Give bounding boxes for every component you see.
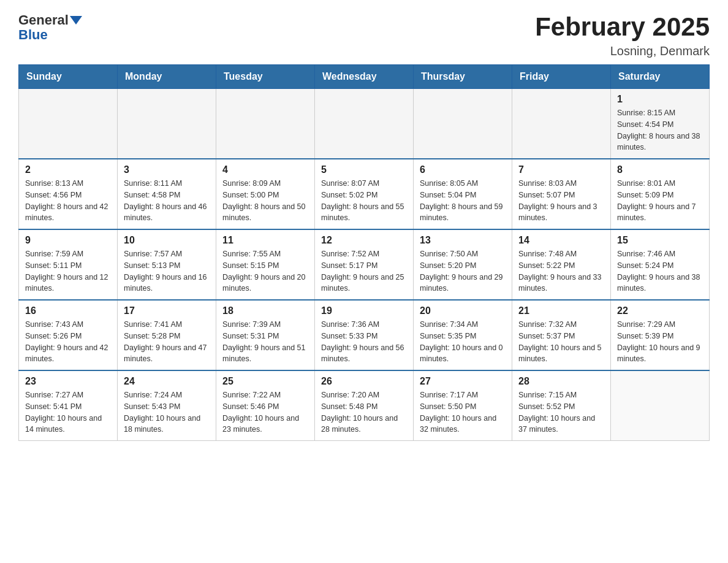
calendar-cell: 12Sunrise: 7:52 AMSunset: 5:17 PMDayligh…	[315, 229, 414, 300]
day-info: Sunrise: 7:46 AMSunset: 5:24 PMDaylight:…	[617, 248, 703, 294]
calendar-cell: 21Sunrise: 7:32 AMSunset: 5:37 PMDayligh…	[512, 300, 611, 370]
day-info: Sunrise: 8:01 AMSunset: 5:09 PMDaylight:…	[617, 178, 703, 224]
day-number: 18	[222, 305, 308, 316]
calendar-cell: 9Sunrise: 7:59 AMSunset: 5:11 PMDaylight…	[19, 229, 118, 300]
calendar-header-row: Sunday Monday Tuesday Wednesday Thursday…	[19, 65, 710, 89]
calendar-cell: 10Sunrise: 7:57 AMSunset: 5:13 PMDayligh…	[118, 229, 216, 300]
day-info: Sunrise: 8:15 AMSunset: 4:54 PMDaylight:…	[617, 107, 703, 153]
logo-general-text: General	[18, 12, 69, 28]
calendar-table: Sunday Monday Tuesday Wednesday Thursday…	[18, 64, 710, 441]
col-wednesday: Wednesday	[315, 65, 414, 89]
calendar-cell: 15Sunrise: 7:46 AMSunset: 5:24 PMDayligh…	[611, 229, 710, 300]
page-header: General Blue February 2025 Losning, Denm…	[18, 12, 710, 58]
day-info: Sunrise: 7:29 AMSunset: 5:39 PMDaylight:…	[617, 319, 703, 365]
calendar-cell: 26Sunrise: 7:20 AMSunset: 5:48 PMDayligh…	[315, 370, 414, 441]
day-info: Sunrise: 7:48 AMSunset: 5:22 PMDaylight:…	[518, 248, 604, 294]
calendar-week-4: 16Sunrise: 7:43 AMSunset: 5:26 PMDayligh…	[19, 300, 710, 370]
day-info: Sunrise: 7:41 AMSunset: 5:28 PMDaylight:…	[124, 319, 210, 365]
calendar-cell: 16Sunrise: 7:43 AMSunset: 5:26 PMDayligh…	[19, 300, 118, 370]
calendar-cell	[19, 89, 118, 159]
day-number: 26	[321, 376, 407, 387]
calendar-cell: 4Sunrise: 8:09 AMSunset: 5:00 PMDaylight…	[216, 159, 315, 229]
calendar-cell: 17Sunrise: 7:41 AMSunset: 5:28 PMDayligh…	[118, 300, 216, 370]
day-number: 17	[124, 305, 210, 316]
day-number: 16	[25, 305, 111, 316]
day-number: 19	[321, 305, 407, 316]
day-number: 4	[222, 164, 308, 175]
calendar-cell: 2Sunrise: 8:13 AMSunset: 4:56 PMDaylight…	[19, 159, 118, 229]
calendar-cell: 23Sunrise: 7:27 AMSunset: 5:41 PMDayligh…	[19, 370, 118, 441]
col-thursday: Thursday	[414, 65, 512, 89]
day-info: Sunrise: 7:57 AMSunset: 5:13 PMDaylight:…	[124, 248, 210, 294]
calendar-week-5: 23Sunrise: 7:27 AMSunset: 5:41 PMDayligh…	[19, 370, 710, 441]
calendar-title: February 2025	[535, 12, 710, 42]
calendar-cell: 8Sunrise: 8:01 AMSunset: 5:09 PMDaylight…	[611, 159, 710, 229]
day-info: Sunrise: 7:36 AMSunset: 5:33 PMDaylight:…	[321, 319, 407, 365]
day-info: Sunrise: 7:17 AMSunset: 5:50 PMDaylight:…	[420, 389, 506, 435]
calendar-cell: 18Sunrise: 7:39 AMSunset: 5:31 PMDayligh…	[216, 300, 315, 370]
day-number: 7	[518, 164, 604, 175]
calendar-week-2: 2Sunrise: 8:13 AMSunset: 4:56 PMDaylight…	[19, 159, 710, 229]
calendar-cell: 11Sunrise: 7:55 AMSunset: 5:15 PMDayligh…	[216, 229, 315, 300]
day-number: 22	[617, 305, 703, 316]
calendar-location: Losning, Denmark	[535, 44, 710, 58]
calendar-cell	[414, 89, 512, 159]
calendar-cell: 28Sunrise: 7:15 AMSunset: 5:52 PMDayligh…	[512, 370, 611, 441]
calendar-cell: 13Sunrise: 7:50 AMSunset: 5:20 PMDayligh…	[414, 229, 512, 300]
day-number: 28	[518, 376, 604, 387]
day-number: 1	[617, 94, 703, 105]
day-info: Sunrise: 8:07 AMSunset: 5:02 PMDaylight:…	[321, 178, 407, 224]
day-info: Sunrise: 7:34 AMSunset: 5:35 PMDaylight:…	[420, 319, 506, 365]
calendar-cell: 1Sunrise: 8:15 AMSunset: 4:54 PMDaylight…	[611, 89, 710, 159]
calendar-week-1: 1Sunrise: 8:15 AMSunset: 4:54 PMDaylight…	[19, 89, 710, 159]
calendar-cell	[512, 89, 611, 159]
day-number: 27	[420, 376, 506, 387]
calendar-cell: 5Sunrise: 8:07 AMSunset: 5:02 PMDaylight…	[315, 159, 414, 229]
col-monday: Monday	[118, 65, 216, 89]
col-tuesday: Tuesday	[216, 65, 315, 89]
day-number: 11	[222, 235, 308, 246]
day-number: 3	[124, 164, 210, 175]
day-number: 8	[617, 164, 703, 175]
day-number: 23	[25, 376, 111, 387]
day-info: Sunrise: 8:03 AMSunset: 5:07 PMDaylight:…	[518, 178, 604, 224]
day-number: 25	[222, 376, 308, 387]
day-info: Sunrise: 7:27 AMSunset: 5:41 PMDaylight:…	[25, 389, 111, 435]
day-number: 13	[420, 235, 506, 246]
day-info: Sunrise: 7:50 AMSunset: 5:20 PMDaylight:…	[420, 248, 506, 294]
day-number: 10	[124, 235, 210, 246]
day-number: 14	[518, 235, 604, 246]
calendar-cell: 7Sunrise: 8:03 AMSunset: 5:07 PMDaylight…	[512, 159, 611, 229]
day-number: 20	[420, 305, 506, 316]
calendar-cell: 20Sunrise: 7:34 AMSunset: 5:35 PMDayligh…	[414, 300, 512, 370]
day-info: Sunrise: 8:13 AMSunset: 4:56 PMDaylight:…	[25, 178, 111, 224]
calendar-cell: 14Sunrise: 7:48 AMSunset: 5:22 PMDayligh…	[512, 229, 611, 300]
logo: General Blue	[18, 12, 82, 43]
day-info: Sunrise: 7:20 AMSunset: 5:48 PMDaylight:…	[321, 389, 407, 435]
day-number: 21	[518, 305, 604, 316]
day-info: Sunrise: 7:32 AMSunset: 5:37 PMDaylight:…	[518, 319, 604, 365]
col-friday: Friday	[512, 65, 611, 89]
day-info: Sunrise: 7:55 AMSunset: 5:15 PMDaylight:…	[222, 248, 308, 294]
day-info: Sunrise: 7:39 AMSunset: 5:31 PMDaylight:…	[222, 319, 308, 365]
day-number: 9	[25, 235, 111, 246]
day-number: 24	[124, 376, 210, 387]
calendar-cell	[118, 89, 216, 159]
calendar-cell: 25Sunrise: 7:22 AMSunset: 5:46 PMDayligh…	[216, 370, 315, 441]
day-info: Sunrise: 7:52 AMSunset: 5:17 PMDaylight:…	[321, 248, 407, 294]
title-block: February 2025 Losning, Denmark	[535, 12, 710, 58]
day-info: Sunrise: 7:22 AMSunset: 5:46 PMDaylight:…	[222, 389, 308, 435]
day-number: 12	[321, 235, 407, 246]
calendar-week-3: 9Sunrise: 7:59 AMSunset: 5:11 PMDaylight…	[19, 229, 710, 300]
day-info: Sunrise: 7:15 AMSunset: 5:52 PMDaylight:…	[518, 389, 604, 435]
calendar-cell: 22Sunrise: 7:29 AMSunset: 5:39 PMDayligh…	[611, 300, 710, 370]
day-number: 15	[617, 235, 703, 246]
day-number: 2	[25, 164, 111, 175]
calendar-cell	[611, 370, 710, 441]
calendar-cell: 3Sunrise: 8:11 AMSunset: 4:58 PMDaylight…	[118, 159, 216, 229]
calendar-cell: 27Sunrise: 7:17 AMSunset: 5:50 PMDayligh…	[414, 370, 512, 441]
day-info: Sunrise: 7:43 AMSunset: 5:26 PMDaylight:…	[25, 319, 111, 365]
day-number: 6	[420, 164, 506, 175]
col-sunday: Sunday	[19, 65, 118, 89]
calendar-cell: 24Sunrise: 7:24 AMSunset: 5:43 PMDayligh…	[118, 370, 216, 441]
